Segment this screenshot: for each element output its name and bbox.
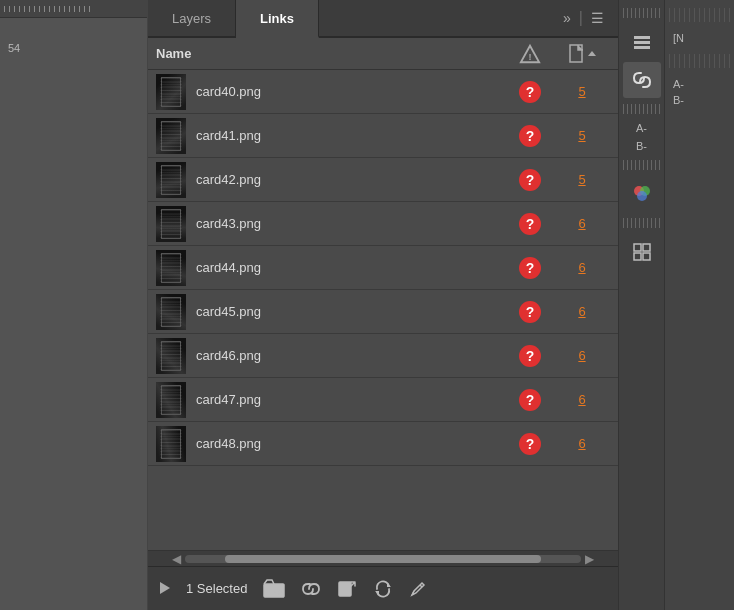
table-row[interactable]: card46.png?6 [148, 334, 618, 378]
links-table-body[interactable]: card40.png?5card41.png?5card42.png?5card… [148, 70, 618, 550]
svg-rect-13 [634, 46, 650, 49]
table-row[interactable]: card48.png?6 [148, 422, 618, 466]
update-link-icon [373, 579, 393, 599]
table-row[interactable]: card42.png?5 [148, 158, 618, 202]
svg-point-16 [637, 191, 647, 201]
missing-link-badge: ? [519, 389, 541, 411]
svg-rect-12 [634, 41, 650, 44]
link-count-value[interactable]: 6 [578, 436, 585, 451]
sidebar-links-button[interactable] [623, 62, 661, 98]
warning-cell: ? [506, 125, 554, 147]
panel-menu-button[interactable]: ☰ [585, 6, 610, 30]
row-thumbnail [156, 250, 186, 286]
svg-rect-11 [634, 36, 650, 39]
link-count-cell: 5 [554, 128, 610, 143]
link-count-cell: 6 [554, 216, 610, 231]
sidebar-grid-button[interactable] [623, 234, 661, 270]
tab-layers[interactable]: Layers [148, 0, 236, 36]
table-row[interactable]: card40.png?5 [148, 70, 618, 114]
scroll-thumb[interactable] [225, 555, 542, 563]
link-column-header[interactable] [554, 44, 610, 64]
sidebar-layers-button[interactable] [623, 24, 661, 60]
row-thumbnail [156, 426, 186, 462]
relink-folder-button[interactable] [263, 579, 285, 599]
edit-original-icon [409, 580, 427, 598]
update-link-button[interactable] [373, 579, 393, 599]
row-thumbnail [156, 338, 186, 374]
footer-bar: 1 Selected [148, 566, 618, 610]
ruler-number: 54 [8, 42, 20, 54]
ruler-marks [0, 6, 90, 12]
file-name-label: card47.png [196, 392, 506, 407]
table-row[interactable]: card41.png?5 [148, 114, 618, 158]
file-name-label: card43.png [196, 216, 506, 231]
scroll-track[interactable] [185, 555, 581, 563]
link-count-cell: 6 [554, 348, 610, 363]
svg-rect-20 [643, 253, 650, 260]
row-thumbnail [156, 118, 186, 154]
tab-links[interactable]: Links [236, 0, 319, 38]
missing-link-badge: ? [519, 213, 541, 235]
svg-rect-19 [634, 253, 641, 260]
link-count-cell: 5 [554, 84, 610, 99]
link-count-value[interactable]: 6 [578, 348, 585, 363]
svg-rect-18 [643, 244, 650, 251]
links-chain-icon [631, 69, 653, 91]
link-count-cell: 5 [554, 172, 610, 187]
link-count-cell: 6 [554, 304, 610, 319]
sidebar-label-b: B- [636, 138, 647, 154]
table-row[interactable]: card47.png?6 [148, 378, 618, 422]
tab-actions: » | ☰ [557, 0, 618, 36]
table-row[interactable]: card43.png?6 [148, 202, 618, 246]
row-thumbnail [156, 206, 186, 242]
link-count-value[interactable]: 6 [578, 304, 585, 319]
selection-count-label: 1 Selected [186, 581, 247, 596]
missing-link-badge: ? [519, 257, 541, 279]
row-thumbnail [156, 74, 186, 110]
table-row[interactable]: card44.png?6 [148, 246, 618, 290]
edit-original-button[interactable] [409, 580, 427, 598]
relink-folder-icon [263, 579, 285, 599]
far-right-panel: [N A- B- [664, 0, 734, 610]
mid-ruler [669, 54, 730, 68]
link-count-value[interactable]: 6 [578, 216, 585, 231]
row-thumbnail [156, 162, 186, 198]
missing-link-badge: ? [519, 125, 541, 147]
row-thumbnail [156, 294, 186, 330]
main-panel: Layers Links » | ☰ Name ! [148, 0, 618, 610]
sidebar-ruler-top [623, 8, 661, 18]
link-count-value[interactable]: 6 [578, 260, 585, 275]
swatches-icon [631, 183, 653, 205]
row-thumbnail [156, 382, 186, 418]
table-row[interactable]: card45.png?6 [148, 290, 618, 334]
relink-icon [301, 580, 321, 598]
left-panel: 54 [0, 0, 148, 610]
warning-column-header[interactable]: ! [506, 43, 554, 65]
name-column-header[interactable]: Name [156, 46, 506, 61]
horizontal-scrollbar[interactable]: ◀ ▶ [148, 550, 618, 566]
link-count-value[interactable]: 5 [578, 128, 585, 143]
expand-panels-button[interactable]: » [557, 6, 577, 30]
link-count-value[interactable]: 6 [578, 392, 585, 407]
svg-rect-8 [339, 582, 351, 596]
panel-label-n: [N [669, 30, 688, 46]
warning-cell: ? [506, 257, 554, 279]
link-count-cell: 6 [554, 436, 610, 451]
link-count-value[interactable]: 5 [578, 172, 585, 187]
expand-arrow-icon [160, 582, 170, 594]
file-name-label: card42.png [196, 172, 506, 187]
warning-cell: ? [506, 169, 554, 191]
expand-selection-button[interactable] [160, 581, 170, 597]
warning-cell: ? [506, 81, 554, 103]
sidebar-swatches-button[interactable] [623, 176, 661, 212]
missing-link-badge: ? [519, 81, 541, 103]
link-count-value[interactable]: 5 [578, 84, 585, 99]
scroll-right-button[interactable]: ▶ [581, 552, 598, 566]
warning-cell: ? [506, 301, 554, 323]
go-to-link-button[interactable] [337, 579, 357, 599]
scroll-left-button[interactable]: ◀ [168, 552, 185, 566]
right-sidebar: A- B- [618, 0, 664, 610]
relink-button[interactable] [301, 580, 321, 598]
sidebar-ruler-bottom [623, 160, 661, 170]
panel-label-b: B- [669, 92, 688, 108]
